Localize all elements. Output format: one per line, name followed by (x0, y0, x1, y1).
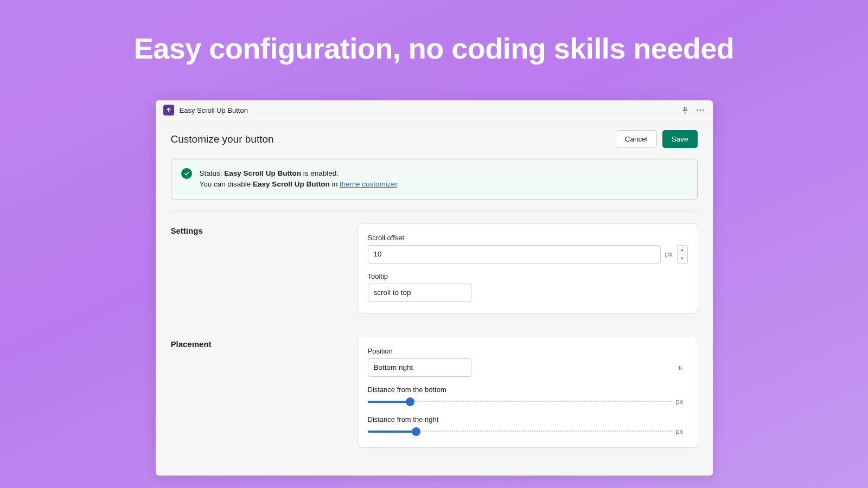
svg-point-2 (702, 110, 704, 111)
check-circle-icon (181, 168, 192, 179)
distance-bottom-slider[interactable] (368, 397, 672, 407)
distance-right-unit: px (676, 427, 688, 435)
select-caret-icon: ⇅ (678, 364, 682, 370)
scroll-offset-label: Scroll offset (368, 234, 688, 242)
more-icon[interactable] (695, 105, 705, 115)
page-header: Customize your button Cancel Save (171, 130, 698, 148)
distance-right-label: Distance from the right (368, 415, 688, 423)
cancel-button[interactable]: Cancel (616, 130, 657, 148)
save-button[interactable]: Save (662, 130, 698, 148)
pin-icon[interactable] (680, 105, 690, 115)
slider-thumb[interactable] (406, 397, 414, 406)
svg-point-1 (699, 110, 701, 111)
svg-point-0 (697, 110, 698, 111)
position-label: Position (368, 347, 688, 355)
hero-title: Easy configuration, no coding skills nee… (0, 0, 868, 65)
tooltip-input[interactable] (368, 284, 471, 302)
scroll-offset-unit: px (661, 245, 677, 264)
app-logo-icon (163, 105, 174, 115)
section-placement: Placement Position ⇅ Distance from the b… (171, 325, 698, 447)
scroll-offset-input[interactable] (368, 245, 661, 264)
page-title: Customize your button (171, 133, 274, 145)
distance-right-slider[interactable] (368, 427, 672, 436)
distance-bottom-label: Distance from the bottom (368, 386, 688, 394)
stepper-down-icon[interactable]: ▼ (678, 254, 687, 263)
scroll-offset-stepper[interactable]: ▲ ▼ (677, 245, 688, 264)
stepper-up-icon[interactable]: ▲ (678, 246, 687, 255)
section-settings: Settings Scroll offset px ▲ ▼ Tooltip (171, 211, 698, 313)
app-name: Easy Scroll Up Button (180, 106, 248, 114)
status-banner: Status: Easy Scroll Up Button is enabled… (171, 159, 698, 200)
status-text: Status: Easy Scroll Up Button is enabled… (200, 168, 399, 190)
settings-heading: Settings (171, 224, 358, 313)
app-window: Easy Scroll Up Button Customize your but… (156, 100, 713, 476)
position-select[interactable] (368, 358, 471, 377)
theme-customizer-link[interactable]: theme customizer (340, 180, 397, 188)
distance-bottom-unit: px (676, 397, 688, 406)
app-topbar: Easy Scroll Up Button (156, 100, 713, 120)
slider-thumb[interactable] (412, 427, 420, 436)
tooltip-label: Tooltip (368, 272, 688, 280)
placement-heading: Placement (171, 337, 358, 447)
